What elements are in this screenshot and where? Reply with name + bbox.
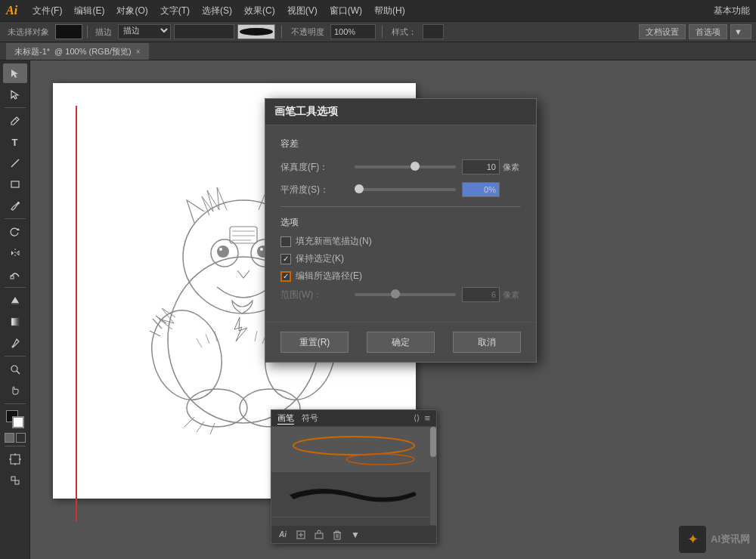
watermark-icon: ✦ bbox=[679, 526, 706, 553]
panel-ai-icon[interactable]: Ai bbox=[276, 528, 290, 542]
color-mode-buttons bbox=[5, 433, 26, 443]
tool-eyedropper[interactable] bbox=[3, 333, 27, 353]
panel-delete-btn[interactable] bbox=[330, 528, 344, 542]
toolbar-opacity-label: 不透明度 bbox=[288, 26, 327, 38]
range-value[interactable]: 6 bbox=[462, 287, 500, 302]
tool-artboard[interactable] bbox=[3, 449, 27, 469]
reset-btn[interactable]: 重置(R) bbox=[280, 332, 349, 353]
ok-btn[interactable]: 确定 bbox=[367, 332, 435, 353]
brush-item-1[interactable] bbox=[271, 427, 436, 472]
stroke-oval-icon bbox=[240, 28, 273, 36]
fidelity-value[interactable]: 10 bbox=[462, 159, 500, 174]
scrollbar-thumb[interactable] bbox=[430, 427, 436, 457]
tool-paintbrush[interactable] bbox=[3, 196, 27, 215]
tool-fill[interactable] bbox=[3, 291, 27, 310]
range-thumb[interactable] bbox=[391, 289, 400, 298]
menu-text[interactable]: 文字(T) bbox=[154, 2, 196, 20]
fill-new-stroke-checkbox[interactable] bbox=[280, 236, 291, 247]
menu-effect[interactable]: 效果(C) bbox=[238, 2, 281, 20]
svg-rect-16 bbox=[11, 477, 15, 480]
tool-mirror[interactable] bbox=[3, 243, 27, 263]
tool-zoom[interactable] bbox=[3, 360, 27, 379]
tool-line[interactable] bbox=[3, 153, 27, 173]
svg-point-25 bbox=[260, 248, 263, 251]
tool-separator-4 bbox=[5, 356, 26, 357]
cancel-btn[interactable]: 取消 bbox=[453, 332, 521, 353]
toolbar-stroke-preview[interactable] bbox=[237, 24, 275, 39]
tab-name: 未标题-1* bbox=[14, 46, 50, 57]
panel-tab-symbol[interactable]: 符号 bbox=[302, 412, 318, 425]
menu-select[interactable]: 选择(S) bbox=[196, 2, 238, 20]
keep-selection-label: 保持选定(K) bbox=[296, 252, 344, 265]
svg-rect-17 bbox=[15, 480, 19, 484]
tool-separator-5 bbox=[5, 403, 26, 404]
brush-item-2[interactable] bbox=[271, 472, 436, 517]
toolbar-stroke-style[interactable] bbox=[174, 24, 234, 39]
edit-path-checkbox[interactable] bbox=[280, 271, 291, 282]
tab-close-btn[interactable]: × bbox=[136, 48, 141, 56]
dialog-body: 容差 保真度(F)： 10 像素 平滑度(S)： bbox=[265, 125, 536, 322]
canvas-area[interactable]: 画笔工具选项 容差 保真度(F)： 10 像素 平滑度(S)： bbox=[30, 60, 756, 559]
brush-panel-scrollbar[interactable] bbox=[430, 427, 436, 525]
keep-selection-row: 保持选定(K) bbox=[280, 252, 521, 265]
menu-edit[interactable]: 编辑(E) bbox=[68, 2, 110, 20]
tool-hand[interactable] bbox=[3, 381, 27, 400]
toolbar-fill-color[interactable] bbox=[55, 24, 82, 39]
brush-panel-content bbox=[271, 427, 436, 525]
svg-rect-37 bbox=[334, 533, 340, 539]
color-mode-none[interactable] bbox=[16, 433, 26, 443]
panel-options-btn[interactable] bbox=[312, 528, 326, 542]
svg-line-1 bbox=[11, 159, 19, 167]
fidelity-slider[interactable] bbox=[355, 165, 456, 168]
menu-help[interactable]: 帮助(H) bbox=[368, 2, 411, 20]
panel-menu-btn[interactable]: ≡ bbox=[424, 412, 430, 424]
fidelity-thumb[interactable] bbox=[411, 162, 420, 171]
toolbar-style-box[interactable] bbox=[423, 24, 444, 39]
tool-direct-select[interactable] bbox=[3, 85, 27, 104]
smoothness-value[interactable]: 0% bbox=[462, 182, 500, 197]
panel-menu-icon[interactable]: ▼ bbox=[349, 528, 362, 542]
menu-window[interactable]: 窗口(W) bbox=[324, 2, 368, 20]
tool-symbol[interactable] bbox=[3, 471, 27, 490]
menu-bar-left: Ai 文件(F) 编辑(E) 对象(O) 文字(T) 选择(S) 效果(C) 视… bbox=[6, 2, 411, 20]
tool-select[interactable] bbox=[3, 63, 27, 83]
menu-file[interactable]: 文件(F) bbox=[26, 2, 68, 20]
toolbar-stroke-select[interactable]: 描边 bbox=[118, 24, 171, 39]
tab-bar: 未标题-1* @ 100% (RGB/预览) × bbox=[0, 42, 756, 60]
svg-point-9 bbox=[11, 366, 17, 372]
left-toolbar: T bbox=[0, 60, 30, 559]
watermark-label: AI资讯网 bbox=[711, 533, 750, 546]
tool-type[interactable]: T bbox=[3, 132, 27, 152]
tool-rect[interactable] bbox=[3, 174, 27, 194]
brush-item-3[interactable] bbox=[271, 517, 436, 525]
range-slider[interactable] bbox=[355, 293, 456, 296]
tool-warp[interactable] bbox=[3, 264, 27, 284]
document-tab[interactable]: 未标题-1* @ 100% (RGB/预览) × bbox=[6, 43, 149, 60]
tool-gradient[interactable] bbox=[3, 312, 27, 332]
svg-line-0 bbox=[15, 119, 17, 121]
menu-object[interactable]: 对象(O) bbox=[110, 2, 153, 20]
tool-rotate[interactable] bbox=[3, 222, 27, 242]
panel-collapse-btn[interactable]: ⟨⟩ bbox=[414, 413, 420, 423]
color-fill-stroke[interactable] bbox=[5, 409, 26, 430]
smoothness-thumb[interactable] bbox=[355, 184, 364, 193]
color-mode-normal[interactable] bbox=[5, 433, 14, 443]
doc-settings-btn[interactable]: 文档设置 bbox=[639, 24, 686, 39]
svg-point-3 bbox=[17, 202, 20, 204]
panel-tab-brush[interactable]: 画笔 bbox=[277, 412, 294, 425]
panel-new-brush-btn[interactable] bbox=[294, 528, 308, 542]
smoothness-slider[interactable] bbox=[355, 188, 456, 191]
svg-rect-30 bbox=[230, 227, 257, 243]
smoothness-row: 平滑度(S)： 0% bbox=[280, 182, 521, 197]
svg-rect-11 bbox=[11, 455, 20, 464]
menu-view[interactable]: 视图(V) bbox=[281, 2, 324, 20]
tool-pen[interactable] bbox=[3, 111, 27, 131]
toolbar-more-btn[interactable]: ▼ bbox=[730, 24, 751, 39]
keep-selection-checkbox[interactable] bbox=[280, 254, 291, 264]
preferences-btn[interactable]: 首选项 bbox=[689, 24, 727, 39]
dialog-title: 画笔工具选项 bbox=[265, 99, 536, 125]
toolbar-opacity-value[interactable]: 100% bbox=[330, 24, 376, 39]
range-unit: 像素 bbox=[503, 289, 521, 301]
menu-bar: Ai 文件(F) 编辑(E) 对象(O) 文字(T) 选择(S) 效果(C) 视… bbox=[0, 0, 756, 21]
watermark-star-icon: ✦ bbox=[687, 531, 699, 548]
